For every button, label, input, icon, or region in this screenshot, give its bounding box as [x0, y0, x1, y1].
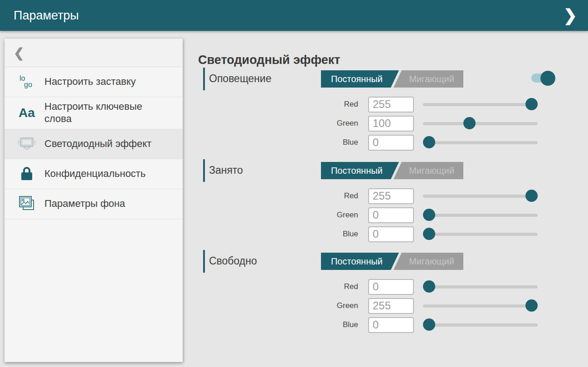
section-busy: Занято Постоянный Мигающий Red Green — [198, 159, 570, 245]
settings-page: Параметры ❯ ❮ logo Настроить заставку Aa… — [0, 0, 588, 367]
mode-constant-button[interactable]: Постоянный — [321, 70, 399, 88]
sidebar-item-keywords[interactable]: Aa Настроить ключевые слова — [5, 97, 183, 129]
slider-thumb[interactable] — [423, 318, 435, 331]
red-slider[interactable] — [423, 96, 538, 113]
mode-blinking-button[interactable]: Мигающий — [394, 253, 463, 270]
green-value-input[interactable] — [368, 298, 414, 314]
rgb-row-red: Red — [198, 96, 570, 113]
sidebar-item-label: Настроить заставку — [44, 76, 136, 88]
green-slider[interactable] — [423, 298, 538, 314]
mode-segmented-control: Постоянный Мигающий — [321, 253, 463, 270]
slider-thumb[interactable] — [423, 280, 435, 293]
lock-icon — [17, 165, 36, 183]
mode-constant-button[interactable]: Постоянный — [321, 253, 399, 270]
slider-thumb[interactable] — [525, 299, 538, 312]
rgb-row-blue: Blue — [198, 226, 570, 242]
green-value-input[interactable] — [368, 207, 414, 223]
keywords-icon: Aa — [17, 104, 36, 122]
green-slider[interactable] — [423, 207, 538, 223]
sidebar-item-led-effect[interactable]: Светодиодный эффект — [5, 129, 183, 159]
sidebar-item-label: Светодиодный эффект — [44, 138, 151, 150]
section-notification: Оповещение Постоянный Мигающий Red Green — [198, 67, 570, 153]
sidebar-item-label: Настроить ключевые слова — [44, 101, 159, 125]
background-images-icon — [17, 195, 36, 213]
slider-thumb[interactable] — [423, 209, 435, 221]
rgb-row-red: Red — [198, 188, 570, 204]
slider-thumb[interactable] — [525, 98, 538, 110]
red-slider[interactable] — [423, 279, 538, 295]
channel-label: Red — [198, 282, 358, 291]
section-title: Занято — [209, 159, 243, 181]
rgb-row-blue: Blue — [198, 317, 570, 333]
mode-blinking-button[interactable]: Мигающий — [394, 70, 463, 88]
sidebar-item-background[interactable]: Параметры фона — [5, 189, 183, 219]
slider-track — [423, 233, 538, 236]
section-accent-bar — [203, 159, 205, 182]
chevron-right-icon[interactable]: ❯ — [561, 5, 580, 26]
slider-track — [423, 141, 538, 144]
channel-label: Red — [198, 100, 358, 109]
blue-value-input[interactable] — [368, 317, 414, 333]
rgb-row-green: Green — [198, 298, 570, 314]
slider-thumb[interactable] — [463, 117, 476, 129]
section-accent-bar — [203, 68, 205, 90]
channel-label: Green — [198, 210, 358, 220]
section-accent-bar — [203, 250, 205, 273]
blue-value-input[interactable] — [368, 226, 414, 242]
rgb-rows: Red Green Blue — [198, 279, 570, 333]
slider-track — [423, 304, 538, 308]
channel-label: Blue — [198, 230, 358, 239]
red-value-input[interactable] — [368, 279, 414, 295]
logo-icon: logo — [17, 73, 36, 91]
slider-track — [423, 103, 538, 106]
slider-thumb[interactable] — [423, 136, 435, 148]
rgb-row-green: Green — [198, 207, 570, 223]
app-header: Параметры ❯ — [0, 0, 588, 31]
toggle-knob — [540, 71, 555, 86]
rgb-rows: Red Green Blue — [198, 188, 570, 242]
blue-slider[interactable] — [423, 317, 538, 333]
slider-track — [423, 323, 538, 327]
sidebar-item-screensaver[interactable]: logo Настроить заставку — [5, 67, 183, 97]
sidebar-item-label: Параметры фона — [44, 198, 125, 210]
channel-label: Blue — [198, 138, 358, 147]
slider-track — [423, 214, 538, 217]
slider-thumb[interactable] — [423, 228, 435, 240]
sidebar-item-label: Конфиденциальность — [44, 168, 146, 180]
section-free: Свободно Постоянный Мигающий Red Green — [198, 250, 570, 336]
channel-label: Blue — [198, 320, 358, 329]
slider-thumb[interactable] — [525, 190, 538, 202]
notification-led-toggle[interactable] — [531, 73, 554, 83]
red-value-input[interactable] — [368, 97, 414, 113]
rgb-row-green: Green — [198, 115, 570, 132]
channel-label: Green — [198, 301, 358, 310]
chevron-left-icon: ❮ — [14, 45, 24, 60]
green-slider[interactable] — [423, 115, 538, 132]
blue-value-input[interactable] — [368, 135, 414, 151]
slider-track — [423, 285, 538, 289]
channel-label: Red — [198, 191, 358, 201]
rgb-row-red: Red — [198, 279, 570, 295]
content-title: Светодиодный эффект — [198, 53, 340, 67]
mode-segmented-control: Постоянный Мигающий — [321, 70, 463, 88]
mode-blinking-button[interactable]: Мигающий — [394, 162, 463, 179]
page-title: Параметры — [14, 9, 79, 23]
red-value-input[interactable] — [368, 188, 414, 204]
channel-label: Green — [198, 119, 358, 128]
section-title: Оповещение — [209, 67, 272, 90]
settings-sidebar: ❮ logo Настроить заставку Aa Настроить к… — [5, 39, 183, 362]
rgb-rows: Red Green Blue — [198, 96, 570, 151]
blue-slider[interactable] — [423, 226, 538, 242]
red-slider[interactable] — [423, 188, 538, 204]
slider-track — [423, 122, 538, 125]
sidebar-item-privacy[interactable]: Конфиденциальность — [5, 159, 183, 189]
mode-constant-button[interactable]: Постоянный — [321, 162, 399, 179]
rgb-row-blue: Blue — [198, 134, 570, 151]
mode-segmented-control: Постоянный Мигающий — [321, 162, 463, 179]
slider-track — [423, 195, 538, 198]
section-title: Свободно — [209, 250, 257, 272]
green-value-input[interactable] — [368, 116, 414, 132]
blue-slider[interactable] — [423, 134, 538, 151]
led-display-icon — [17, 135, 36, 153]
sidebar-back-button[interactable]: ❮ — [5, 39, 183, 67]
